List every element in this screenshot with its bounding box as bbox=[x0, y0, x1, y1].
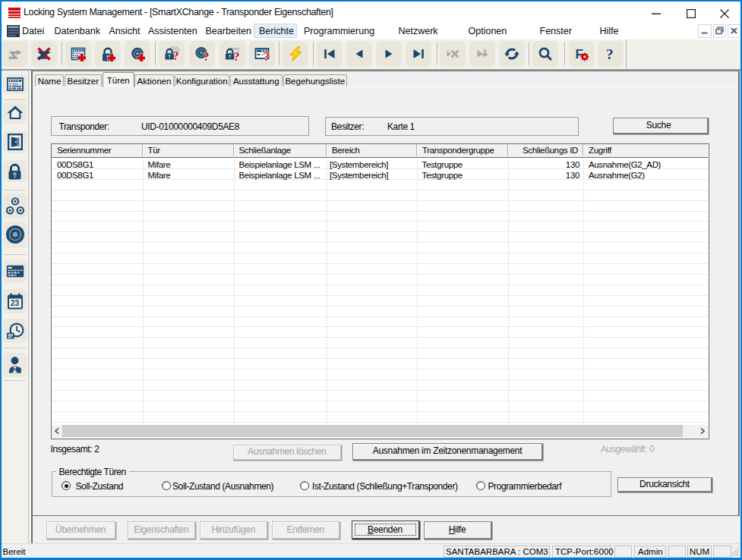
svg-text:?: ? bbox=[234, 50, 240, 62]
svg-text:?: ? bbox=[606, 46, 614, 61]
svg-text:?: ? bbox=[204, 50, 210, 62]
svg-text:23: 23 bbox=[11, 299, 20, 307]
svg-text:?: ? bbox=[172, 49, 178, 61]
svg-text:?: ? bbox=[264, 50, 270, 62]
